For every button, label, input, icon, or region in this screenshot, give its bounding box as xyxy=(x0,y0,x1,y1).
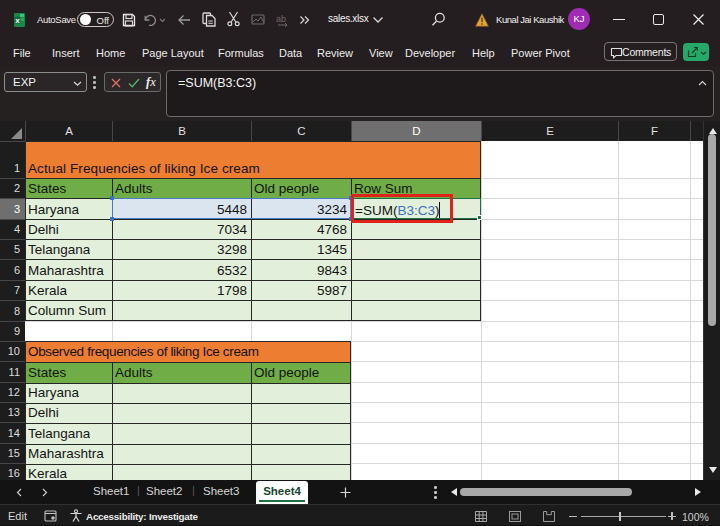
svg-text:ab: ab xyxy=(276,14,286,24)
svg-text:x: x xyxy=(15,16,20,25)
